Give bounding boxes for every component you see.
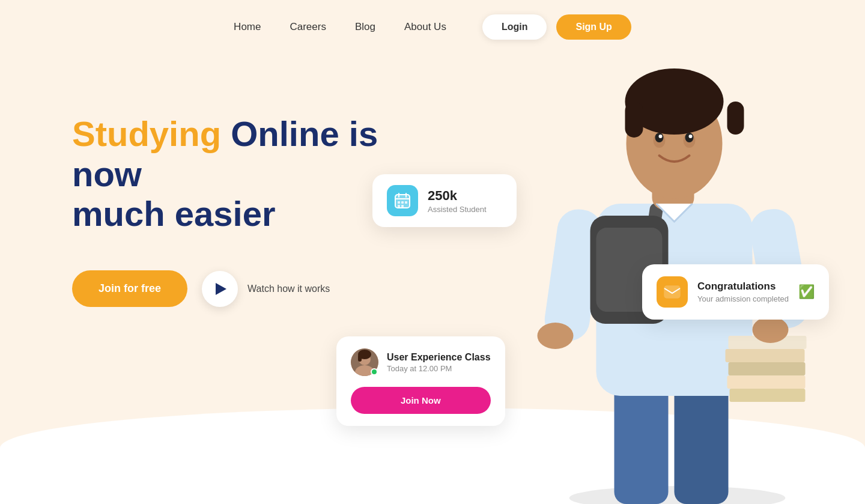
svg-point-25 — [753, 317, 789, 343]
svg-point-24 — [538, 323, 574, 349]
svg-point-0 — [569, 486, 786, 504]
join-free-button[interactable]: Join for free — [72, 270, 187, 307]
svg-rect-8 — [729, 362, 806, 375]
class-header: User Experience Class Today at 12.00 PM — [351, 348, 491, 376]
hero-actions: Join for free Watch how it works — [72, 270, 432, 307]
signup-button[interactable]: Sign Up — [556, 14, 631, 40]
class-title: User Experience Class — [387, 352, 491, 363]
nav-blog[interactable]: Blog — [355, 21, 375, 33]
nav-actions: Login Sign Up — [482, 14, 631, 40]
svg-rect-7 — [726, 349, 805, 362]
svg-rect-10 — [730, 389, 806, 402]
svg-rect-1 — [615, 372, 669, 504]
watch-button[interactable]: Watch how it works — [202, 271, 330, 307]
hero-title-orange: Studying — [72, 114, 221, 153]
class-avatar-wrapper — [351, 348, 378, 376]
play-icon — [216, 283, 226, 295]
join-now-button[interactable]: Join Now — [351, 387, 491, 414]
svg-rect-9 — [727, 375, 806, 389]
login-button[interactable]: Login — [482, 14, 547, 40]
watch-label: Watch how it works — [247, 284, 330, 294]
hero-text: Studying Online is nowmuch easier Join f… — [72, 90, 432, 307]
nav-links: Home Careers Blog About Us — [234, 21, 446, 33]
hero-section: Studying Online is nowmuch easier Join f… — [0, 54, 865, 307]
svg-rect-41 — [358, 354, 362, 362]
nav-about[interactable]: About Us — [404, 21, 446, 33]
card-class: User Experience Class Today at 12.00 PM … — [336, 336, 505, 426]
nav-home[interactable]: Home — [234, 21, 261, 33]
page-wrapper: Home Careers Blog About Us Login Sign Up… — [0, 0, 865, 504]
class-time: Today at 12.00 PM — [387, 364, 491, 373]
navbar: Home Careers Blog About Us Login Sign Up — [0, 0, 865, 54]
play-circle[interactable] — [202, 271, 238, 307]
svg-rect-2 — [675, 372, 729, 504]
svg-rect-6 — [729, 336, 807, 349]
class-info: User Experience Class Today at 12.00 PM — [387, 352, 491, 373]
nav-careers[interactable]: Careers — [290, 21, 326, 33]
online-indicator — [371, 368, 378, 375]
hero-title: Studying Online is nowmuch easier — [72, 114, 432, 234]
